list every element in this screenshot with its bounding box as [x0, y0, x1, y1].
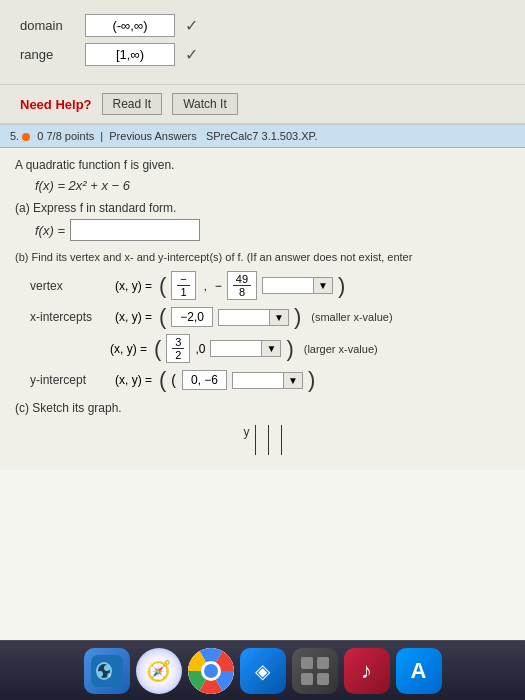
- y-intercept-row: y-intercept (x, y) = ( ( 0, −6 ▼ ): [30, 369, 510, 391]
- dock: 🧭 ◈: [0, 640, 525, 700]
- graph-line-2: [268, 425, 269, 455]
- y-int-dropdown-arrow[interactable]: ▼: [283, 373, 302, 388]
- part-a-label: (a) Express f in standard form.: [15, 201, 510, 215]
- grid-icon: [301, 657, 329, 685]
- finder-icon: [91, 655, 123, 687]
- x-intercepts-label: x-intercepts: [30, 310, 110, 324]
- graph-line-3: [281, 425, 282, 455]
- vertex-frac2: 49 8: [227, 271, 257, 300]
- svg-rect-9: [301, 657, 313, 669]
- x-int1-hint: (smaller x-value): [311, 311, 392, 323]
- screen: domain (-∞,∞) ✓ range [1,∞) ✓ Need Help?…: [0, 0, 525, 700]
- svg-point-3: [104, 665, 110, 671]
- close-paren-xint2: ): [286, 338, 293, 360]
- compass-icon: ◈: [255, 659, 270, 683]
- need-help-bar: Need Help? Read It Watch It: [0, 85, 525, 125]
- dock-appstore[interactable]: A: [396, 648, 442, 694]
- read-it-button[interactable]: Read It: [102, 93, 163, 115]
- x-int2-frac: 3 2: [166, 334, 190, 363]
- x-int1-dropdown-arrow[interactable]: ▼: [269, 310, 288, 325]
- svg-point-8: [204, 664, 218, 678]
- open-paren-vertex: (: [159, 275, 166, 297]
- vertex-den1: 1: [178, 286, 190, 298]
- range-row: range [1,∞) ✓: [20, 43, 505, 66]
- course-code: SPreCalc7 3.1.503.XP.: [206, 130, 318, 142]
- open-paren-xint1: (: [159, 306, 166, 328]
- score-text: 0 7/8 points: [37, 130, 94, 142]
- range-check: ✓: [185, 45, 198, 64]
- x-int2-val: ,0: [195, 342, 205, 356]
- svg-rect-10: [317, 657, 329, 669]
- question-intro: A quadratic function f is given.: [15, 158, 510, 172]
- fx-input[interactable]: [70, 219, 200, 241]
- fx-label: f(x) =: [35, 223, 65, 238]
- vertex-dropdown-arrow[interactable]: ▼: [313, 278, 332, 293]
- close-paren-vertex: ): [338, 275, 345, 297]
- range-label: range: [20, 47, 75, 62]
- domain-label: domain: [20, 18, 75, 33]
- graph-line-1: [255, 425, 256, 455]
- score-dot: [22, 133, 30, 141]
- question-number: 5.: [10, 130, 19, 142]
- question-body: A quadratic function f is given. f(x) = …: [0, 148, 525, 470]
- svg-point-5: [107, 673, 111, 677]
- xy-eq-xint2: (x, y) =: [110, 342, 147, 356]
- y-intercept-label: y-intercept: [30, 373, 110, 387]
- x-int2-hint: (larger x-value): [304, 343, 378, 355]
- main-equation: f(x) = 2x² + x − 6: [35, 178, 510, 193]
- x-int2-combo[interactable]: ▼: [210, 340, 281, 357]
- vertex-row: vertex (x, y) = ( − 1 , − 49 8 ▼ ): [30, 271, 510, 300]
- y-axis-area: y: [15, 420, 510, 460]
- part-c-label: (c) Sketch its graph.: [15, 401, 510, 415]
- x-int1-value: −2,0: [171, 307, 213, 327]
- y-int-value: 0, −6: [182, 370, 227, 390]
- x-int2-dropdown-arrow[interactable]: ▼: [261, 341, 280, 356]
- need-help-text: Need Help?: [20, 97, 92, 112]
- fx-row: f(x) =: [35, 219, 510, 241]
- domain-row: domain (-∞,∞) ✓: [20, 14, 505, 37]
- music-icon: ♪: [361, 658, 372, 684]
- x-intercept1-row: x-intercepts (x, y) = ( −2,0 ▼ ) (smalle…: [30, 306, 510, 328]
- y-axis-label: y: [244, 425, 250, 439]
- y-int-combo[interactable]: ▼: [232, 372, 303, 389]
- open-paren-xint2: (: [154, 338, 161, 360]
- dock-chrome[interactable]: [188, 648, 234, 694]
- vertex-label: vertex: [30, 279, 110, 293]
- appstore-icon: A: [411, 658, 427, 684]
- xy-eq-vertex: (x, y) =: [115, 279, 152, 293]
- safari-icon: 🧭: [146, 659, 171, 683]
- x-intercept2-row: (x, y) = ( 3 2 ,0 ▼ ) (larger x-value): [110, 334, 510, 363]
- dock-launchpad[interactable]: [292, 648, 338, 694]
- content-area: domain (-∞,∞) ✓ range [1,∞) ✓ Need Help?…: [0, 0, 525, 640]
- dock-compass-app[interactable]: ◈: [240, 648, 286, 694]
- x-int2-den: 2: [172, 349, 184, 361]
- domain-value: (-∞,∞): [85, 14, 175, 37]
- dock-finder[interactable]: [84, 648, 130, 694]
- svg-rect-11: [301, 673, 313, 685]
- xy-eq-yint: (x, y) =: [115, 373, 152, 387]
- range-value: [1,∞): [85, 43, 175, 66]
- domain-check: ✓: [185, 16, 198, 35]
- top-section: domain (-∞,∞) ✓ range [1,∞) ✓: [0, 0, 525, 85]
- graph-sketch-lines: [255, 425, 282, 455]
- x-int2-num: 3: [172, 336, 184, 349]
- watch-it-button[interactable]: Watch It: [172, 93, 238, 115]
- previous-answers: Previous Answers: [109, 130, 196, 142]
- close-paren-xint1: ): [294, 306, 301, 328]
- open-paren-yint: (: [159, 369, 166, 391]
- dock-music[interactable]: ♪: [344, 648, 390, 694]
- vertex-num2: 49: [233, 273, 251, 286]
- chrome-icon: [188, 648, 234, 694]
- vertex-combo[interactable]: ▼: [262, 277, 333, 294]
- svg-rect-12: [317, 673, 329, 685]
- vertex-den2: 8: [236, 286, 248, 298]
- x-int1-combo[interactable]: ▼: [218, 309, 289, 326]
- vertex-num1: −: [177, 273, 189, 286]
- close-paren-yint: ): [308, 369, 315, 391]
- svg-point-4: [97, 671, 103, 677]
- question-header: 5. 0 7/8 points | Previous Answers SPreC…: [0, 125, 525, 148]
- dock-safari[interactable]: 🧭: [136, 648, 182, 694]
- part-b-label: (b) Find its vertex and x- and y-interce…: [15, 251, 510, 263]
- xy-eq-xint1: (x, y) =: [115, 310, 152, 324]
- vertex-frac1: − 1: [171, 271, 195, 300]
